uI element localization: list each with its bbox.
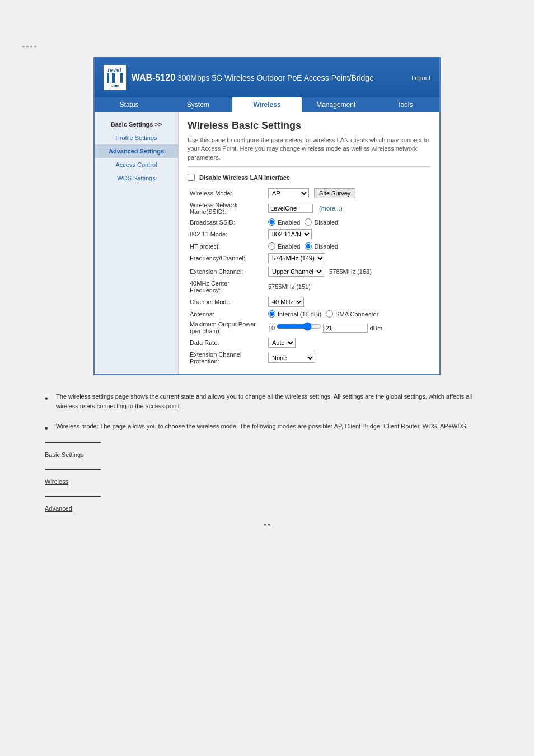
- nav-wireless[interactable]: Wireless: [232, 97, 301, 112]
- ssid-label: Wireless Network Name(SSID):: [188, 200, 266, 217]
- extra-link-3[interactable]: Advanced: [45, 505, 489, 512]
- data-rate-value: Auto 6 9 12 18 24 36 48 54: [266, 336, 430, 349]
- separator-2: [45, 469, 101, 470]
- separator-1: [45, 442, 101, 443]
- wireless-mode-row: Wireless Mode: AP Client WDS AP+WDS Site…: [188, 186, 430, 200]
- broadcast-ssid-radio-group: Enabled Disabled: [268, 218, 428, 226]
- nav-system[interactable]: System: [163, 97, 232, 112]
- center-frequency-row: 40MHz Center Frequency: 5755MHz (151): [188, 278, 430, 295]
- sidebar-advanced-settings[interactable]: Advanced Settings: [95, 144, 178, 158]
- data-rate-select[interactable]: Auto 6 9 12 18 24 36 48 54: [268, 338, 296, 348]
- wireless-mode-value: AP Client WDS AP+WDS Site Survey: [266, 186, 430, 200]
- channel-mode-select[interactable]: 40 MHz 20 MHz: [268, 297, 304, 307]
- device-title-block: WAB-5120 300Mbps 5G Wireless Outdoor PoE…: [132, 73, 374, 83]
- notes-section: The wireless settings page shows the cur…: [22, 375, 512, 547]
- antenna-label: Antenna:: [188, 309, 266, 319]
- nav-management[interactable]: Management: [302, 97, 371, 112]
- broadcast-enabled-text: Enabled: [278, 219, 300, 226]
- nav-status[interactable]: Status: [95, 97, 163, 112]
- ht-enabled-text: Enabled: [278, 243, 300, 250]
- device-description: 300Mbps 5G Wireless Outdoor PoE Access P…: [177, 73, 374, 82]
- disable-wireless-row: Disable Wireless LAN Interface: [188, 174, 430, 181]
- max-power-row: Maximum Output Power (per chain): 10 dBm: [188, 319, 430, 336]
- 80211-mode-row: 802.11 Mode: 802.11A/N 802.11A 802.11N: [188, 227, 430, 241]
- antenna-row: Antenna: Internal (16 dBi) SM: [188, 309, 430, 319]
- disable-wireless-checkbox[interactable]: [188, 174, 195, 181]
- ht-disabled-label: Disabled: [305, 242, 338, 250]
- max-power-value: 10 dBm: [266, 319, 430, 336]
- extra-link-1[interactable]: Basic Settings: [45, 451, 489, 458]
- max-power-slider[interactable]: [277, 323, 321, 330]
- antenna-internal-radio[interactable]: [268, 310, 275, 318]
- logout-button[interactable]: Logout: [411, 74, 430, 81]
- top-note: " " " ": [22, 45, 512, 52]
- ext-channel-protection-select[interactable]: None CTS-to-Self RTS-CTS: [268, 353, 315, 363]
- ext-channel-protection-label: Extension Channel Protection:: [188, 349, 266, 366]
- separator-3: [45, 496, 101, 497]
- 80211-mode-label: 802.11 Mode:: [188, 227, 266, 241]
- max-power-unit: dBm: [369, 325, 382, 332]
- settings-form: Wireless Mode: AP Client WDS AP+WDS Site…: [188, 186, 430, 366]
- 80211-mode-value: 802.11A/N 802.11A 802.11N: [266, 227, 430, 241]
- broadcast-enabled-label: Enabled: [268, 218, 300, 226]
- ht-protect-radio-group: Enabled Disabled: [268, 242, 428, 250]
- device-header: level ▌█ one WAB-5120 300Mbps 5G Wireles…: [95, 58, 439, 97]
- ssid-input[interactable]: [268, 204, 313, 213]
- antenna-value: Internal (16 dBi) SMA Connector: [266, 309, 430, 319]
- brand-logo: level ▌█ one WAB-5120 300Mbps 5G Wireles…: [104, 65, 374, 90]
- broadcast-ssid-row: Broadcast SSID: Enabled Disab: [188, 217, 430, 227]
- broadcast-ssid-value: Enabled Disabled: [266, 217, 430, 227]
- sidebar-wds-settings[interactable]: WDS Settings: [95, 171, 178, 185]
- page-title: Wireless Basic Settings: [188, 120, 430, 132]
- antenna-external-radio[interactable]: [326, 310, 333, 318]
- max-power-min: 10: [268, 325, 275, 332]
- antenna-external-label: SMA Connector: [326, 310, 378, 318]
- ssid-more-link[interactable]: (more...): [319, 205, 343, 212]
- broadcast-disabled-text: Disabled: [314, 219, 338, 226]
- content-area: Basic Settings >> Profile Settings Advan…: [95, 112, 439, 374]
- site-survey-button[interactable]: Site Survey: [314, 188, 355, 198]
- max-power-input[interactable]: [323, 324, 368, 333]
- max-power-label: Maximum Output Power (per chain):: [188, 319, 266, 336]
- note-1: The wireless settings page shows the cur…: [45, 392, 489, 410]
- channel-mode-row: Channel Mode: 40 MHz 20 MHz: [188, 295, 430, 309]
- antenna-internal-text: Internal (16 dBi): [278, 311, 321, 318]
- ext-channel-protection-row: Extension Channel Protection: None CTS-t…: [188, 349, 430, 366]
- ht-protect-value: Enabled Disabled: [266, 241, 430, 251]
- nav-bar: Status System Wireless Management Tools: [95, 97, 439, 112]
- frequency-select[interactable]: 5745MHz (149) 5765MHz (153) 5785MHz (157…: [268, 253, 325, 263]
- frequency-value: 5745MHz (149) 5765MHz (153) 5785MHz (157…: [266, 251, 430, 265]
- broadcast-enabled-radio[interactable]: [268, 218, 275, 226]
- ht-enabled-radio[interactable]: [268, 242, 275, 250]
- channel-mode-value: 40 MHz 20 MHz: [266, 295, 430, 309]
- wireless-mode-select[interactable]: AP Client WDS AP+WDS: [268, 188, 309, 198]
- frequency-row: Frequency/Channel: 5745MHz (149) 5765MHz…: [188, 251, 430, 265]
- device-title: WAB-5120 300Mbps 5G Wireless Outdoor PoE…: [132, 73, 374, 82]
- antenna-internal-label: Internal (16 dBi): [268, 310, 321, 318]
- sidebar-access-control[interactable]: Access Control: [95, 158, 178, 171]
- extension-channel-select[interactable]: Upper Channel Lower Channel: [268, 267, 324, 277]
- ht-disabled-text: Disabled: [314, 243, 338, 250]
- logo-one-text: one: [111, 83, 119, 88]
- logo-box: level ▌█ one: [104, 65, 126, 90]
- sidebar-profile-settings[interactable]: Profile Settings: [95, 131, 178, 144]
- 80211-mode-select[interactable]: 802.11A/N 802.11A 802.11N: [268, 229, 312, 239]
- wireless-mode-label: Wireless Mode:: [188, 186, 266, 200]
- ssid-value: (more...): [266, 200, 430, 217]
- extra-link-2[interactable]: Wireless: [45, 478, 489, 485]
- wireless-link[interactable]: Wireless: [45, 478, 68, 485]
- frequency-label: Frequency/Channel:: [188, 251, 266, 265]
- extension-channel-label: Extension Channel:: [188, 265, 266, 278]
- nav-tools[interactable]: Tools: [371, 97, 439, 112]
- broadcast-disabled-radio[interactable]: [305, 218, 312, 226]
- extension-channel-value: Upper Channel Lower Channel 5785MHz (163…: [266, 265, 430, 278]
- antenna-external-text: SMA Connector: [335, 311, 378, 318]
- ht-enabled-label: Enabled: [268, 242, 300, 250]
- basic-settings-link[interactable]: Basic Settings: [45, 451, 84, 458]
- disable-wireless-label: Disable Wireless LAN Interface: [199, 174, 290, 181]
- sidebar-basic-settings[interactable]: Basic Settings >>: [95, 118, 178, 131]
- advanced-link[interactable]: Advanced: [45, 505, 72, 512]
- broadcast-disabled-label: Disabled: [305, 218, 338, 226]
- footer-note: " ": [45, 523, 489, 530]
- ht-disabled-radio[interactable]: [305, 242, 312, 250]
